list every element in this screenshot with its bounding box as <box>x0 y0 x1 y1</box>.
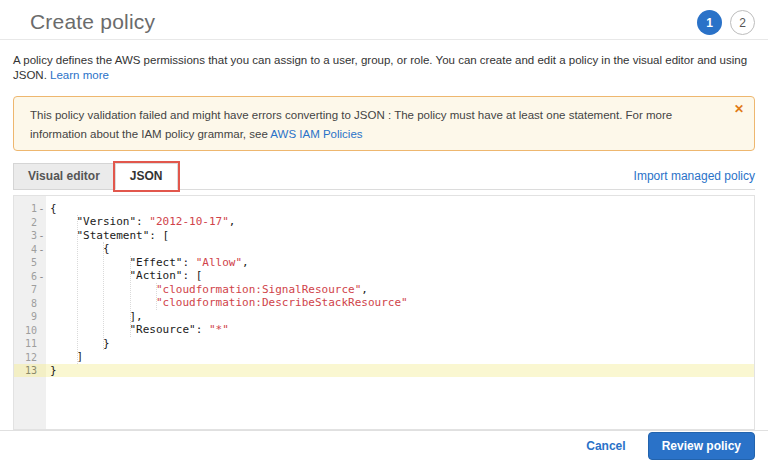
code-line[interactable]: "Statement": [ <box>46 229 754 243</box>
gutter-line-number[interactable]: 7 <box>14 283 46 297</box>
gutter-line-number[interactable]: 4- <box>14 242 46 256</box>
editor-gutter: 1-23-4-56-78910111213 <box>14 196 46 429</box>
intro-text: A policy defines the AWS permissions tha… <box>13 53 755 83</box>
fold-toggle-icon: - <box>37 203 46 214</box>
code-line[interactable]: "Version": "2012-10-17", <box>46 215 754 229</box>
indent-guide <box>130 256 131 337</box>
aws-iam-policies-link[interactable]: AWS IAM Policies <box>270 128 362 140</box>
code-line[interactable]: "cloudformation:DescribeStackResource" <box>46 296 754 310</box>
editor-code[interactable]: { "Version": "2012-10-17", "Statement": … <box>46 196 754 429</box>
indent-guide <box>156 283 157 310</box>
gutter-line-number[interactable]: 1- <box>14 202 46 216</box>
gutter-line-number[interactable]: 6- <box>14 269 46 283</box>
editor-tabbar: Visual editor JSON Import managed policy <box>13 164 755 190</box>
tab-visual-editor[interactable]: Visual editor <box>13 163 115 190</box>
page-header: Create policy 1 2 <box>0 0 768 40</box>
gutter-line-number[interactable]: 11 <box>14 337 46 351</box>
wizard-footer: Cancel Review policy <box>0 430 768 461</box>
import-managed-policy-link[interactable]: Import managed policy <box>634 169 755 183</box>
tab-json[interactable]: JSON <box>115 163 178 190</box>
page-title: Create policy <box>30 10 155 34</box>
fold-toggle-icon: - <box>37 230 46 241</box>
indent-guide <box>77 215 78 364</box>
wizard-steps: 1 2 <box>697 10 755 35</box>
gutter-line-number[interactable]: 12 <box>14 350 46 364</box>
code-line[interactable]: "Resource": "*" <box>46 323 754 337</box>
gutter-line-number[interactable]: 13 <box>14 364 46 378</box>
fold-toggle-icon: - <box>37 271 46 282</box>
create-policy-page: Create policy 1 2 A policy defines the A… <box>0 0 768 461</box>
code-line[interactable]: } <box>46 364 754 378</box>
fold-toggle-icon: - <box>37 244 46 255</box>
json-editor[interactable]: 1-23-4-56-78910111213 { "Version": "2012… <box>13 195 755 430</box>
gutter-line-number[interactable]: 3- <box>14 229 46 243</box>
validation-warning-banner: This policy validation failed and might … <box>13 96 755 151</box>
code-line[interactable]: ] <box>46 350 754 364</box>
gutter-line-number[interactable]: 8 <box>14 296 46 310</box>
gutter-line-number[interactable]: 2 <box>14 215 46 229</box>
code-line[interactable]: } <box>46 337 754 351</box>
code-line[interactable]: { <box>46 202 754 216</box>
code-line[interactable]: ], <box>46 310 754 324</box>
indent-guide <box>103 242 104 350</box>
code-line[interactable]: "Effect": "Allow", <box>46 256 754 270</box>
step-indicator-1: 1 <box>697 10 722 35</box>
code-line[interactable]: "cloudformation:SignalResource", <box>46 283 754 297</box>
gutter-line-number[interactable]: 10 <box>14 323 46 337</box>
review-policy-button[interactable]: Review policy <box>648 432 755 460</box>
code-line[interactable]: { <box>46 242 754 256</box>
cancel-button[interactable]: Cancel <box>586 439 625 453</box>
close-icon[interactable]: ✕ <box>734 103 744 115</box>
code-line[interactable]: "Action": [ <box>46 269 754 283</box>
step-indicator-2: 2 <box>730 10 755 35</box>
learn-more-link[interactable]: Learn more <box>50 69 109 81</box>
gutter-line-number[interactable]: 9 <box>14 310 46 324</box>
gutter-line-number[interactable]: 5 <box>14 256 46 270</box>
intro-description: A policy defines the AWS permissions tha… <box>13 54 747 81</box>
